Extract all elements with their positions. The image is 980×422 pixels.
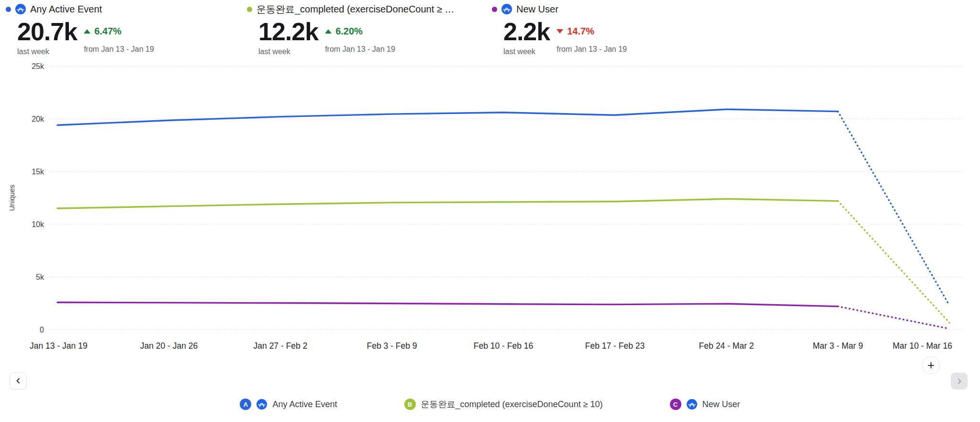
- y-tick-label: 25k: [32, 62, 45, 70]
- x-tick-label: Mar 10 - Mar 16: [893, 341, 952, 351]
- legend-item-new-user[interactable]: C New User: [670, 399, 740, 410]
- metric-card-new-user: New User 2.2k last week 14.7% from Jan 1…: [492, 3, 627, 56]
- x-tick-label: Jan 20 - Jan 26: [140, 341, 198, 351]
- next-page-button[interactable]: [951, 373, 968, 389]
- legend-badge-b: B: [404, 399, 416, 410]
- x-tick-label: Jan 13 - Jan 19: [30, 341, 88, 351]
- metric-title: Any Active Event: [30, 3, 102, 15]
- add-button[interactable]: +: [922, 356, 940, 374]
- metric-period: last week: [258, 47, 318, 56]
- x-tick-label: Mar 3 - Mar 9: [813, 341, 863, 351]
- legend-badge-a: A: [240, 399, 251, 410]
- chart-legend: A Any Active Event B 운동완료_completed (exe…: [0, 399, 980, 410]
- metric-title: New User: [516, 3, 558, 15]
- prev-page-button[interactable]: [10, 372, 27, 389]
- x-tick-label: Feb 10 - Feb 16: [474, 341, 534, 351]
- metric-card-any-active-event: Any Active Event 20.7k last week 6.47% f…: [6, 3, 154, 56]
- metric-value: 2.2k: [503, 19, 550, 45]
- legend-label: New User: [702, 399, 740, 410]
- legend-label: 운동완료_completed (exerciseDoneCount ≥ 10): [421, 399, 603, 410]
- x-tick-label: Jan 27 - Feb 2: [254, 341, 308, 351]
- series-line[interactable]: [57, 302, 838, 306]
- metric-delta-compare: from Jan 13 - Jan 19: [557, 45, 627, 54]
- series-color-dot: [492, 7, 497, 12]
- legend-label: Any Active Event: [272, 399, 337, 410]
- legend-badge-c: C: [670, 399, 681, 410]
- amplitude-icon: [501, 4, 512, 14]
- amplitude-icon: [687, 399, 697, 410]
- metric-period: last week: [503, 47, 550, 56]
- series-color-dot: [6, 7, 11, 12]
- metric-card-exercise-completed: 운동완료_completed (exerciseDoneCount ≥ … 12…: [247, 3, 454, 56]
- plus-icon: +: [927, 359, 935, 371]
- series-line[interactable]: [57, 199, 838, 208]
- amplitude-icon: [256, 399, 267, 410]
- chart-widget: Any Active Event 20.7k last week 6.47% f…: [0, 0, 980, 422]
- metric-delta: 6.20%: [325, 26, 395, 37]
- metric-value: 20.7k: [17, 19, 77, 45]
- series-color-dot: [247, 7, 252, 12]
- y-tick-label: 15k: [32, 168, 45, 176]
- y-axis-title: Uniques: [8, 184, 16, 211]
- metric-delta: 14.7%: [557, 26, 627, 37]
- chevron-right-icon: [956, 378, 963, 385]
- series-partial-line[interactable]: [838, 112, 949, 306]
- y-tick-label: 5k: [36, 273, 45, 281]
- y-tick-label: 20k: [32, 115, 45, 123]
- metric-value: 12.2k: [258, 19, 318, 45]
- arrow-down-icon: [557, 29, 563, 34]
- x-tick-label: Feb 3 - Feb 9: [367, 341, 417, 351]
- y-tick-label: 0: [40, 326, 44, 334]
- amplitude-icon: [15, 4, 26, 14]
- x-tick-label: Feb 24 - Mar 2: [699, 341, 754, 351]
- series-line[interactable]: [57, 109, 838, 125]
- metric-delta-compare: from Jan 13 - Jan 19: [84, 45, 154, 54]
- series-partial-line[interactable]: [838, 307, 949, 329]
- y-tick-label: 10k: [32, 220, 45, 228]
- arrow-up-icon: [84, 29, 90, 34]
- chevron-left-icon: [15, 377, 22, 384]
- metric-delta-compare: from Jan 13 - Jan 19: [325, 45, 395, 54]
- legend-item-any-active-event[interactable]: A Any Active Event: [240, 399, 337, 410]
- legend-item-exercise-completed[interactable]: B 운동완료_completed (exerciseDoneCount ≥ 10…: [404, 399, 603, 410]
- arrow-up-icon: [325, 29, 332, 34]
- uniques-line-chart[interactable]: 05k10k15k20k25kUniquesJan 13 - Jan 19Jan…: [0, 57, 980, 363]
- metric-period: last week: [17, 47, 77, 56]
- metric-delta: 6.47%: [84, 26, 154, 37]
- metric-title: 운동완료_completed (exerciseDoneCount ≥ …: [256, 3, 454, 15]
- x-tick-label: Feb 17 - Feb 23: [585, 341, 645, 351]
- series-partial-line[interactable]: [838, 201, 949, 323]
